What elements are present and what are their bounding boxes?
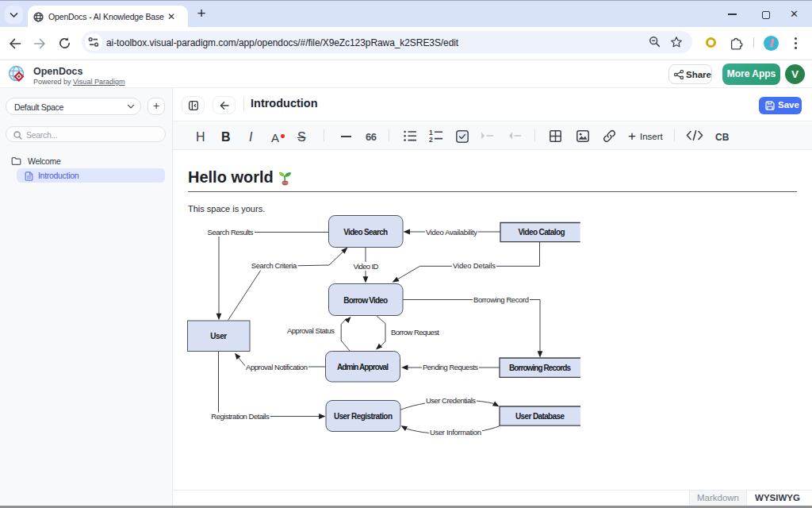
svg-text:Approval Notification: Approval Notification	[246, 363, 308, 371]
svg-text:Borrow Video: Borrow Video	[343, 296, 388, 305]
svg-text:Borrowing Record: Borrowing Record	[473, 295, 529, 304]
svg-text:Borrow Request: Borrow Request	[391, 328, 439, 337]
svg-text:Registration Details: Registration Details	[211, 412, 270, 421]
svg-text:User Registration: User Registration	[334, 412, 393, 421]
svg-text:Video Search: Video Search	[343, 228, 388, 237]
svg-text:Search Criteria: Search Criteria	[251, 261, 297, 270]
svg-text:Video Availability: Video Availability	[426, 228, 477, 237]
svg-text:Video Details: Video Details	[453, 261, 496, 270]
svg-text:Admin Approval: Admin Approval	[337, 363, 389, 371]
svg-text:Approval Status: Approval Status	[287, 326, 335, 335]
svg-text:Borrowing Records: Borrowing Records	[509, 364, 571, 372]
svg-text:User Database: User Database	[515, 412, 565, 421]
svg-text:User: User	[210, 332, 227, 341]
svg-text:User Information: User Information	[430, 428, 481, 437]
svg-text:Pending Requests: Pending Requests	[423, 363, 478, 371]
svg-text:Search Results: Search Results	[208, 228, 254, 237]
svg-text:User Credentials: User Credentials	[426, 396, 476, 405]
svg-text:Video ID: Video ID	[353, 262, 378, 271]
svg-text:Video Catalog: Video Catalog	[519, 228, 565, 237]
